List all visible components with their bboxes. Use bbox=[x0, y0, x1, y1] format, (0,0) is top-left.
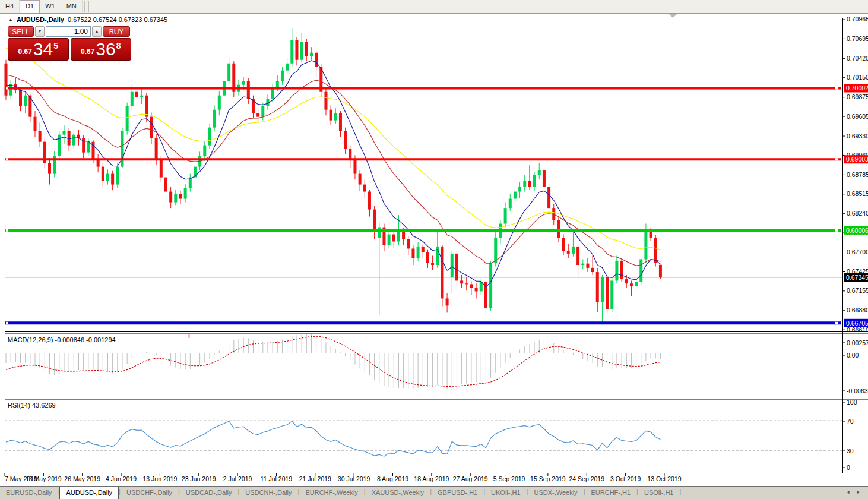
date-label: 26 May 2019 bbox=[64, 475, 100, 482]
tab-gbpusd-h1[interactable]: GBPUSD-,H1 bbox=[432, 487, 483, 499]
tab-xauusd-weekly[interactable]: XAUUSD-,Weekly bbox=[366, 487, 430, 499]
tab-separator: | bbox=[679, 487, 681, 499]
sell-price-display[interactable]: 0.67 34 5 bbox=[8, 38, 69, 61]
sell-price-pip: 5 bbox=[53, 41, 58, 50]
price-axis-label: 0.70150 bbox=[847, 74, 868, 81]
volume-decrease-button[interactable]: ▼ bbox=[35, 26, 45, 37]
date-label: 13 Jun 2019 bbox=[142, 475, 177, 482]
price-axis-label: 0.69605 bbox=[847, 113, 868, 120]
price-axis-label: 0.67700 bbox=[847, 248, 868, 255]
buy-price-prefix: 0.67 bbox=[81, 48, 94, 56]
tab-eurchf-weekly[interactable]: EURCHF-,Weekly bbox=[299, 487, 363, 499]
rsi-value: 43.6269 bbox=[32, 402, 56, 409]
date-label: 2 Jul 2019 bbox=[223, 475, 252, 482]
tabs-scroll-left-button[interactable]: ◄ bbox=[845, 489, 850, 499]
timeframe-toolbar: H4D1W1MN bbox=[0, 0, 868, 14]
symbol-title: AUDUSD-,Daily bbox=[17, 16, 64, 23]
date-label: 30 Jul 2019 bbox=[338, 475, 370, 482]
buy-price-big: 36 bbox=[96, 40, 115, 58]
sell-price-prefix: 0.67 bbox=[18, 48, 31, 56]
date-label: 18 Aug 2019 bbox=[414, 475, 449, 482]
date-label: 11 Jul 2019 bbox=[261, 475, 293, 482]
date-label: 23 Jun 2019 bbox=[182, 475, 216, 482]
date-label: 5 Sep 2019 bbox=[493, 475, 525, 482]
ohlc-values: 0.67522 0.67524 0.67323 0.67345 bbox=[68, 16, 167, 23]
price-axis-label: 0.67155 bbox=[847, 287, 868, 294]
tabs-scroll-right-button[interactable]: ► bbox=[856, 489, 861, 499]
tab-usdcad-daily[interactable]: USDCAD-,Daily bbox=[180, 487, 238, 499]
date-label: 24 Sep 2019 bbox=[569, 475, 604, 482]
date-label: 3 Oct 2019 bbox=[610, 475, 641, 482]
tab-usdcnh-daily[interactable]: USDCNH-,Daily bbox=[239, 487, 297, 499]
one-click-trading-panel: SELL ▼ ▲ BUY 0.67 34 5 0.67 36 8 bbox=[8, 26, 131, 61]
price-badge: 0.70002 bbox=[846, 84, 868, 91]
macd-axis-label: 0.002574 bbox=[847, 339, 868, 346]
price-axis-label: 0.70965 bbox=[847, 15, 868, 23]
date-label: 4 Jun 2019 bbox=[106, 475, 137, 482]
toolbar-separator bbox=[84, 1, 85, 12]
price-badge: 0.68006 bbox=[846, 227, 868, 234]
timeframe-button-mn[interactable]: MN bbox=[61, 0, 83, 13]
tab-eurchf-h1[interactable]: EURCHF-,H1 bbox=[585, 487, 636, 499]
tab-audusd-daily[interactable]: AUDUSD-,Daily bbox=[59, 487, 119, 499]
tab-usdchf-daily[interactable]: USDCHF-,Daily bbox=[121, 487, 178, 499]
date-label: 13 Oct 2019 bbox=[647, 475, 681, 482]
date-label: 8 Aug 2019 bbox=[377, 475, 408, 482]
price-axis-label: 0.69875 bbox=[847, 93, 868, 100]
price-axis-label: 0.69330 bbox=[847, 132, 868, 140]
volume-increase-button[interactable]: ▲ bbox=[92, 26, 102, 37]
date-label: 27 Aug 2019 bbox=[453, 475, 488, 482]
toolbar-separator bbox=[88, 1, 89, 12]
timeframe-button-d1[interactable]: D1 bbox=[20, 0, 40, 13]
macd-values: -0.000846 -0.001294 bbox=[55, 336, 115, 343]
chart-title: ▲ AUDUSD-,Daily 0.67522 0.67524 0.67323 … bbox=[8, 16, 167, 23]
buy-price-pip: 8 bbox=[116, 41, 121, 50]
price-axis-label: 0.68240 bbox=[847, 210, 868, 217]
volume-input[interactable] bbox=[46, 26, 91, 37]
date-label: 21 Jul 2019 bbox=[299, 475, 331, 482]
tab-eurusd-daily[interactable]: EURUSD-,Daily bbox=[0, 487, 58, 499]
chart-canvas[interactable]: 0.709650.706950.704200.701500.698750.696… bbox=[0, 0, 868, 499]
sell-button[interactable]: SELL bbox=[8, 26, 34, 37]
price-axis-label: 0.70420 bbox=[847, 55, 868, 62]
tab-usdx-weekly[interactable]: USDX-,Weekly bbox=[528, 487, 583, 499]
price-axis-label: 0.68785 bbox=[847, 171, 868, 178]
trading-terminal-screen: H4D1W1MN 0.709650.706950.704200.701500.6… bbox=[0, 0, 868, 499]
tabs-scroll-controls: ◄► bbox=[845, 487, 868, 499]
price-badge: 0.67345 bbox=[846, 274, 868, 281]
price-axis-label: 0.66880 bbox=[847, 307, 868, 314]
tab-ukoil-h1[interactable]: UKOil-,H1 bbox=[485, 487, 527, 499]
price-axis-label: 0.70695 bbox=[847, 35, 868, 42]
tab-usoil-h1[interactable]: USOil-,H1 bbox=[638, 487, 680, 499]
date-label: 16 May 2019 bbox=[26, 475, 62, 482]
macd-indicator-label: MACD(12,26,9) -0.000846 -0.001294 bbox=[8, 336, 116, 343]
price-axis-label: 0.68515 bbox=[847, 190, 868, 197]
rsi-axis-label: 30 bbox=[847, 447, 854, 454]
rsi-axis-label: 0 bbox=[847, 464, 850, 471]
rsi-indicator-label: RSI(14) 43.6269 bbox=[8, 402, 56, 409]
chart-collapse-icon[interactable]: ▲ bbox=[8, 17, 13, 23]
symbol-tabs-bar: EURUSD-,Daily|AUDUSD-,Daily|USDCHF-,Dail… bbox=[0, 486, 868, 499]
date-label: 15 Sep 2019 bbox=[530, 475, 566, 482]
macd-axis-label: 0.00 bbox=[847, 352, 859, 359]
timeframe-button-w1[interactable]: W1 bbox=[40, 0, 61, 13]
price-badge: 0.69003 bbox=[846, 156, 868, 163]
timeframe-button-h4[interactable]: H4 bbox=[0, 0, 20, 13]
sell-price-big: 34 bbox=[33, 40, 53, 58]
price-badge: 0.66705 bbox=[846, 320, 868, 327]
rsi-axis-label: 70 bbox=[847, 418, 854, 425]
macd-axis-label: -0.006326 bbox=[847, 387, 868, 394]
buy-price-display[interactable]: 0.67 36 8 bbox=[71, 38, 132, 61]
buy-button[interactable]: BUY bbox=[103, 26, 130, 37]
rsi-axis-label: 100 bbox=[847, 399, 857, 406]
